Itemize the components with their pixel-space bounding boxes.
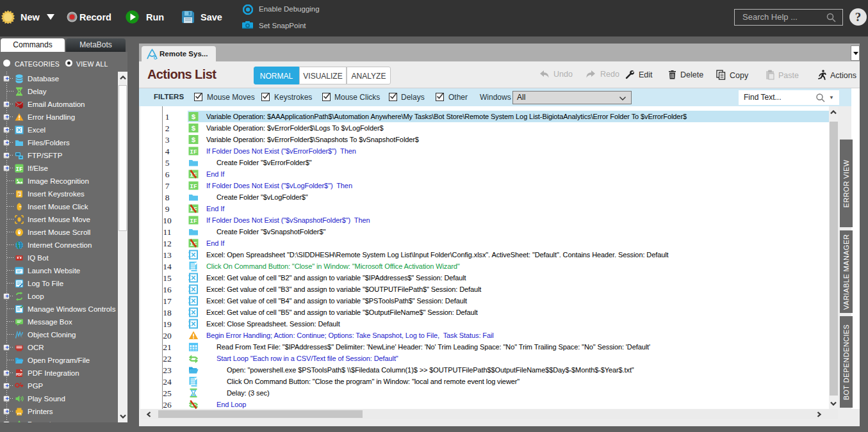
svg-text:PDF: PDF: [16, 372, 22, 376]
svg-text:$: $: [192, 124, 196, 132]
svg-text:IF: IF: [190, 148, 197, 156]
svg-text:$: $: [192, 136, 196, 144]
svg-text:IF: IF: [16, 166, 23, 173]
svg-text:F: F: [18, 192, 20, 196]
svg-text:IF: IF: [190, 218, 197, 225]
svg-text:$: $: [192, 113, 196, 121]
svg-text:IF: IF: [190, 183, 197, 190]
